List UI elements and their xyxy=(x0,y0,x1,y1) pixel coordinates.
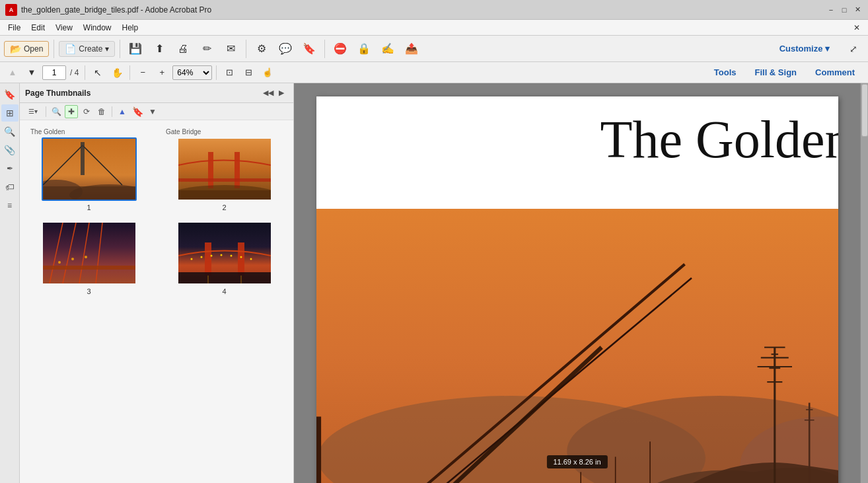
layers-icon-btn[interactable]: ≡ xyxy=(1,197,18,214)
page-number-input[interactable] xyxy=(42,65,66,80)
thumb-frame-3 xyxy=(42,221,137,285)
select-tool-button[interactable]: ↖ xyxy=(89,65,106,81)
paperclip-icon: 📎 xyxy=(4,145,15,155)
open-label: Open xyxy=(24,44,43,54)
menu-view[interactable]: View xyxy=(50,22,78,34)
fit-width-button[interactable]: ⊟ xyxy=(240,65,257,81)
zoom-select[interactable]: 64% 100% 125% 150% xyxy=(172,65,212,80)
email-button[interactable]: ✉ xyxy=(220,38,241,60)
menu-file[interactable]: File xyxy=(3,22,26,34)
stamp-button[interactable]: 🔖 xyxy=(299,38,320,60)
minimize-button[interactable]: − xyxy=(826,5,836,15)
main-area: 🔖 ⊞ 🔍 📎 ✒ 🏷 ≡ Page Thumbnails ◀◀ ▶ ☰▾ xyxy=(0,83,868,483)
edit-button[interactable]: ✏ xyxy=(196,38,217,60)
bookmarks-icon-btn[interactable]: 🔖 xyxy=(1,86,18,103)
zoom-in-button[interactable]: + xyxy=(153,65,170,81)
tags-icon-btn[interactable]: 🏷 xyxy=(1,178,18,196)
thumb-frame-4 xyxy=(177,221,272,285)
thumb-frame-2 xyxy=(177,137,272,201)
svg-rect-6 xyxy=(43,186,135,200)
thumb-up-btn[interactable]: ▲ xyxy=(116,105,129,118)
comment-button[interactable]: Comment xyxy=(806,65,864,80)
svg-point-18 xyxy=(58,261,61,264)
comment-tb-button[interactable]: 💬 xyxy=(275,38,296,60)
touch-mode-button[interactable]: ☝ xyxy=(259,65,276,81)
create-button[interactable]: 📄 Create ▾ xyxy=(59,41,115,57)
edit-pdf-icon-btn[interactable]: ✒ xyxy=(1,160,18,177)
upload-button[interactable]: ⬆ xyxy=(149,38,170,60)
toolbar-sep-1 xyxy=(54,40,54,58)
thumbnail-panel: Page Thumbnails ◀◀ ▶ ☰▾ 🔍 ✚ ⟳ 🗑 ▲ 🔖 ▼ Th… xyxy=(20,83,294,483)
fill-sign-button[interactable]: Fill & Sign xyxy=(745,65,806,80)
sign-icon: ✍ xyxy=(381,42,394,55)
settings-button[interactable]: ⚙ xyxy=(251,38,272,60)
panel-close-x[interactable]: ✕ xyxy=(848,22,865,34)
thumbnail-panel-title: Page Thumbnails xyxy=(25,89,262,98)
protect-button[interactable]: 🔒 xyxy=(353,38,375,60)
fit-page-button[interactable]: ⊡ xyxy=(221,65,238,81)
print-button[interactable]: 🖨 xyxy=(172,38,194,60)
tt-sep-2 xyxy=(112,106,112,117)
panel-first-btn[interactable]: ◀◀ xyxy=(262,87,275,100)
tools-button[interactable]: Tools xyxy=(705,65,746,80)
thumbnail-item-4[interactable]: 4 xyxy=(163,219,285,295)
thumb-search-btn[interactable]: 🔍 xyxy=(50,105,63,118)
thumb-delete-btn[interactable]: 🗑 xyxy=(95,105,108,118)
open-button[interactable]: 📂 Open xyxy=(4,41,49,57)
thumbnail-item-3[interactable]: 3 xyxy=(28,219,150,295)
nav-toolbar: ▲ ▼ / 4 ↖ ✋ − + 64% 100% 125% 150% ⊡ ⊟ ☝… xyxy=(0,62,868,83)
svg-point-25 xyxy=(190,258,192,260)
arrow-down-icon: ▼ xyxy=(28,67,36,77)
sign-button[interactable]: ✍ xyxy=(377,38,398,60)
svg-rect-13 xyxy=(43,223,135,283)
redact-button[interactable]: ⛔ xyxy=(330,38,351,60)
thumb-bookmark-btn[interactable]: 🔖 xyxy=(131,105,144,118)
redact-icon: ⛔ xyxy=(334,42,347,55)
thumb-rotate-btn[interactable]: ⟳ xyxy=(80,105,93,118)
thumbnails-icon-btn[interactable]: ⊞ xyxy=(1,104,18,122)
menu-edit[interactable]: Edit xyxy=(26,22,50,34)
attachments-icon-btn[interactable]: 📎 xyxy=(1,141,18,159)
restore-button[interactable]: □ xyxy=(839,5,850,15)
thumb-num-2: 2 xyxy=(222,204,226,211)
thumbnail-item-2[interactable]: Gate Bridge xyxy=(163,128,285,211)
next-page-button[interactable]: ▼ xyxy=(23,65,40,81)
svg-point-28 xyxy=(220,254,222,256)
customize-toolbar-button[interactable]: Customize ▾ xyxy=(770,41,839,56)
window-title: the_golden_gate_bridge_tiles.pdf - Adobe… xyxy=(21,5,826,15)
hand-tool-button[interactable]: ✋ xyxy=(108,65,126,81)
pdf-scrollbar[interactable] xyxy=(860,83,868,483)
thumb-frame-1 xyxy=(42,137,137,201)
search-icon: 🔍 xyxy=(4,126,15,137)
prev-page-button[interactable]: ▲ xyxy=(4,65,21,81)
menu-bar: File Edit View Window Help ✕ xyxy=(0,20,868,36)
thumbnail-item-1[interactable]: The Golden xyxy=(28,128,150,211)
comment-label: Comment xyxy=(815,67,855,77)
close-button[interactable]: ✕ xyxy=(852,5,863,15)
menu-window[interactable]: Window xyxy=(78,22,117,34)
svg-rect-23 xyxy=(205,242,211,276)
fit-page-icon: ⊡ xyxy=(226,67,233,77)
svg-rect-9 xyxy=(235,152,240,188)
svg-rect-24 xyxy=(238,242,244,276)
search-icon-btn[interactable]: 🔍 xyxy=(1,123,18,140)
email-icon: ✉ xyxy=(227,42,235,55)
toolbar-sep-2 xyxy=(120,40,120,58)
expand-button[interactable]: ⤢ xyxy=(843,38,864,60)
zoom-out-button[interactable]: − xyxy=(134,65,151,81)
svg-point-27 xyxy=(210,255,212,257)
export-button[interactable]: 📤 xyxy=(401,38,422,60)
thumb-add-btn[interactable]: ✚ xyxy=(65,105,78,118)
scroll-thumb[interactable] xyxy=(861,84,868,137)
menu-help[interactable]: Help xyxy=(117,22,144,34)
minus-icon: − xyxy=(141,67,146,77)
panel-expand-btn[interactable]: ▶ xyxy=(275,87,288,100)
thumbnails-icon: ⊞ xyxy=(6,108,14,118)
svg-point-19 xyxy=(71,258,74,260)
save-button[interactable]: 💾 xyxy=(125,38,146,60)
thumb-menu-btn[interactable]: ☰▾ xyxy=(24,105,42,118)
svg-rect-32 xyxy=(178,272,271,283)
thumb-num-4: 4 xyxy=(222,287,226,295)
thumb-down-btn[interactable]: ▼ xyxy=(146,105,159,118)
svg-rect-5 xyxy=(81,142,85,175)
